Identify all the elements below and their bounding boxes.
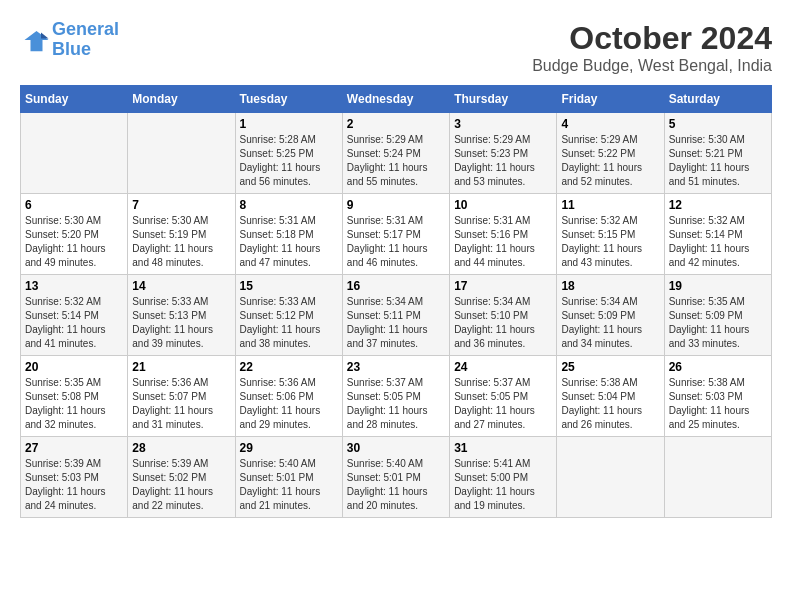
- day-info: Sunrise: 5:35 AMSunset: 5:08 PMDaylight:…: [25, 376, 123, 432]
- calendar-cell: 31Sunrise: 5:41 AMSunset: 5:00 PMDayligh…: [450, 437, 557, 518]
- calendar-cell: 13Sunrise: 5:32 AMSunset: 5:14 PMDayligh…: [21, 275, 128, 356]
- day-number: 10: [454, 198, 552, 212]
- day-number: 22: [240, 360, 338, 374]
- week-row-3: 13Sunrise: 5:32 AMSunset: 5:14 PMDayligh…: [21, 275, 772, 356]
- day-info: Sunrise: 5:32 AMSunset: 5:14 PMDaylight:…: [25, 295, 123, 351]
- day-number: 14: [132, 279, 230, 293]
- day-number: 1: [240, 117, 338, 131]
- day-number: 30: [347, 441, 445, 455]
- calendar-cell: 28Sunrise: 5:39 AMSunset: 5:02 PMDayligh…: [128, 437, 235, 518]
- day-info: Sunrise: 5:30 AMSunset: 5:19 PMDaylight:…: [132, 214, 230, 270]
- calendar-cell: 7Sunrise: 5:30 AMSunset: 5:19 PMDaylight…: [128, 194, 235, 275]
- day-number: 9: [347, 198, 445, 212]
- day-number: 13: [25, 279, 123, 293]
- day-info: Sunrise: 5:37 AMSunset: 5:05 PMDaylight:…: [347, 376, 445, 432]
- calendar-cell: 24Sunrise: 5:37 AMSunset: 5:05 PMDayligh…: [450, 356, 557, 437]
- day-number: 4: [561, 117, 659, 131]
- day-info: Sunrise: 5:31 AMSunset: 5:16 PMDaylight:…: [454, 214, 552, 270]
- day-number: 25: [561, 360, 659, 374]
- calendar-cell: 9Sunrise: 5:31 AMSunset: 5:17 PMDaylight…: [342, 194, 449, 275]
- day-info: Sunrise: 5:34 AMSunset: 5:11 PMDaylight:…: [347, 295, 445, 351]
- calendar-cell: 11Sunrise: 5:32 AMSunset: 5:15 PMDayligh…: [557, 194, 664, 275]
- calendar-cell: 26Sunrise: 5:38 AMSunset: 5:03 PMDayligh…: [664, 356, 771, 437]
- calendar-cell: 18Sunrise: 5:34 AMSunset: 5:09 PMDayligh…: [557, 275, 664, 356]
- calendar-table: SundayMondayTuesdayWednesdayThursdayFrid…: [20, 85, 772, 518]
- day-info: Sunrise: 5:38 AMSunset: 5:04 PMDaylight:…: [561, 376, 659, 432]
- day-info: Sunrise: 5:29 AMSunset: 5:23 PMDaylight:…: [454, 133, 552, 189]
- day-number: 29: [240, 441, 338, 455]
- header-thursday: Thursday: [450, 86, 557, 113]
- day-info: Sunrise: 5:28 AMSunset: 5:25 PMDaylight:…: [240, 133, 338, 189]
- logo-icon: [20, 25, 50, 55]
- calendar-cell: 30Sunrise: 5:40 AMSunset: 5:01 PMDayligh…: [342, 437, 449, 518]
- day-info: Sunrise: 5:31 AMSunset: 5:18 PMDaylight:…: [240, 214, 338, 270]
- calendar-cell: 29Sunrise: 5:40 AMSunset: 5:01 PMDayligh…: [235, 437, 342, 518]
- calendar-cell: 6Sunrise: 5:30 AMSunset: 5:20 PMDaylight…: [21, 194, 128, 275]
- calendar-cell: 15Sunrise: 5:33 AMSunset: 5:12 PMDayligh…: [235, 275, 342, 356]
- day-number: 26: [669, 360, 767, 374]
- calendar-cell: 17Sunrise: 5:34 AMSunset: 5:10 PMDayligh…: [450, 275, 557, 356]
- day-info: Sunrise: 5:32 AMSunset: 5:14 PMDaylight:…: [669, 214, 767, 270]
- day-number: 17: [454, 279, 552, 293]
- title-area: October 2024 Budge Budge, West Bengal, I…: [532, 20, 772, 75]
- header-friday: Friday: [557, 86, 664, 113]
- day-info: Sunrise: 5:30 AMSunset: 5:20 PMDaylight:…: [25, 214, 123, 270]
- day-info: Sunrise: 5:39 AMSunset: 5:03 PMDaylight:…: [25, 457, 123, 513]
- day-info: Sunrise: 5:36 AMSunset: 5:06 PMDaylight:…: [240, 376, 338, 432]
- day-info: Sunrise: 5:38 AMSunset: 5:03 PMDaylight:…: [669, 376, 767, 432]
- subtitle: Budge Budge, West Bengal, India: [532, 57, 772, 75]
- day-info: Sunrise: 5:33 AMSunset: 5:12 PMDaylight:…: [240, 295, 338, 351]
- day-number: 28: [132, 441, 230, 455]
- day-number: 23: [347, 360, 445, 374]
- day-number: 16: [347, 279, 445, 293]
- calendar-cell: 1Sunrise: 5:28 AMSunset: 5:25 PMDaylight…: [235, 113, 342, 194]
- calendar-cell: [128, 113, 235, 194]
- day-info: Sunrise: 5:29 AMSunset: 5:22 PMDaylight:…: [561, 133, 659, 189]
- day-number: 12: [669, 198, 767, 212]
- day-info: Sunrise: 5:40 AMSunset: 5:01 PMDaylight:…: [347, 457, 445, 513]
- calendar-cell: [664, 437, 771, 518]
- day-number: 2: [347, 117, 445, 131]
- day-info: Sunrise: 5:34 AMSunset: 5:10 PMDaylight:…: [454, 295, 552, 351]
- day-number: 7: [132, 198, 230, 212]
- calendar-cell: 16Sunrise: 5:34 AMSunset: 5:11 PMDayligh…: [342, 275, 449, 356]
- calendar-cell: 2Sunrise: 5:29 AMSunset: 5:24 PMDaylight…: [342, 113, 449, 194]
- calendar-cell: 21Sunrise: 5:36 AMSunset: 5:07 PMDayligh…: [128, 356, 235, 437]
- day-number: 31: [454, 441, 552, 455]
- calendar-cell: 14Sunrise: 5:33 AMSunset: 5:13 PMDayligh…: [128, 275, 235, 356]
- day-number: 21: [132, 360, 230, 374]
- day-number: 15: [240, 279, 338, 293]
- calendar-cell: 4Sunrise: 5:29 AMSunset: 5:22 PMDaylight…: [557, 113, 664, 194]
- day-info: Sunrise: 5:33 AMSunset: 5:13 PMDaylight:…: [132, 295, 230, 351]
- header-sunday: Sunday: [21, 86, 128, 113]
- day-info: Sunrise: 5:34 AMSunset: 5:09 PMDaylight:…: [561, 295, 659, 351]
- day-info: Sunrise: 5:40 AMSunset: 5:01 PMDaylight:…: [240, 457, 338, 513]
- calendar-cell: 27Sunrise: 5:39 AMSunset: 5:03 PMDayligh…: [21, 437, 128, 518]
- day-info: Sunrise: 5:30 AMSunset: 5:21 PMDaylight:…: [669, 133, 767, 189]
- logo: General Blue: [20, 20, 119, 60]
- calendar-cell: 3Sunrise: 5:29 AMSunset: 5:23 PMDaylight…: [450, 113, 557, 194]
- page-header: General Blue October 2024 Budge Budge, W…: [20, 20, 772, 75]
- calendar-cell: 10Sunrise: 5:31 AMSunset: 5:16 PMDayligh…: [450, 194, 557, 275]
- header-tuesday: Tuesday: [235, 86, 342, 113]
- calendar-cell: 22Sunrise: 5:36 AMSunset: 5:06 PMDayligh…: [235, 356, 342, 437]
- calendar-cell: 8Sunrise: 5:31 AMSunset: 5:18 PMDaylight…: [235, 194, 342, 275]
- calendar-cell: 19Sunrise: 5:35 AMSunset: 5:09 PMDayligh…: [664, 275, 771, 356]
- calendar-cell: 12Sunrise: 5:32 AMSunset: 5:14 PMDayligh…: [664, 194, 771, 275]
- day-info: Sunrise: 5:29 AMSunset: 5:24 PMDaylight:…: [347, 133, 445, 189]
- week-row-4: 20Sunrise: 5:35 AMSunset: 5:08 PMDayligh…: [21, 356, 772, 437]
- calendar-cell: [21, 113, 128, 194]
- day-number: 8: [240, 198, 338, 212]
- logo-text: General Blue: [52, 20, 119, 60]
- day-info: Sunrise: 5:39 AMSunset: 5:02 PMDaylight:…: [132, 457, 230, 513]
- header-monday: Monday: [128, 86, 235, 113]
- calendar-header-row: SundayMondayTuesdayWednesdayThursdayFrid…: [21, 86, 772, 113]
- day-info: Sunrise: 5:32 AMSunset: 5:15 PMDaylight:…: [561, 214, 659, 270]
- header-saturday: Saturday: [664, 86, 771, 113]
- logo-line1: General: [52, 19, 119, 39]
- header-wednesday: Wednesday: [342, 86, 449, 113]
- week-row-1: 1Sunrise: 5:28 AMSunset: 5:25 PMDaylight…: [21, 113, 772, 194]
- day-number: 27: [25, 441, 123, 455]
- day-number: 11: [561, 198, 659, 212]
- day-number: 6: [25, 198, 123, 212]
